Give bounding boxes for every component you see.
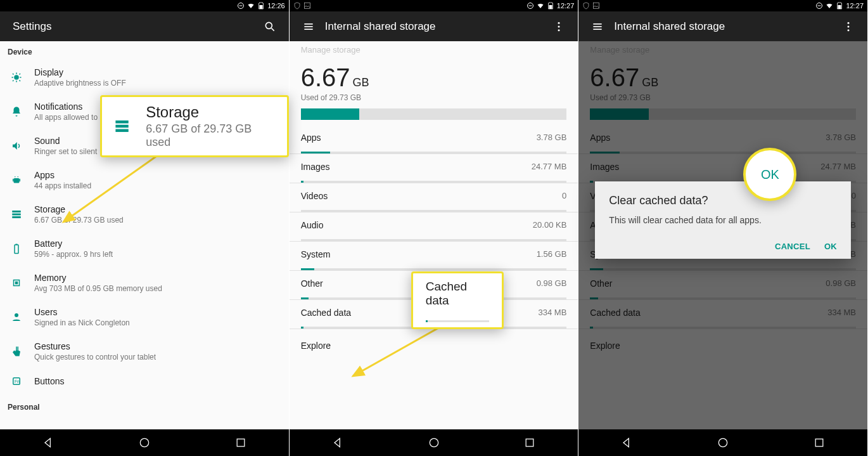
svg-point-15 — [15, 176, 16, 178]
battery-icon — [836, 2, 843, 10]
nav-bar — [0, 429, 289, 456]
status-time: 12:26 — [267, 2, 285, 10]
storage-category-apps[interactable]: Apps3.78 GB — [290, 125, 578, 153]
status-bar: 12:26 — [0, 0, 289, 11]
svg-point-42 — [558, 22, 560, 23]
svg-rect-19 — [12, 211, 21, 212]
overflow-button[interactable] — [547, 15, 570, 38]
dnd-icon — [237, 2, 245, 10]
page-title: Settings — [13, 20, 51, 33]
dialog-message: This will clear cached data for all apps… — [609, 215, 837, 225]
svg-point-5 — [14, 75, 19, 80]
dialog-title: Clear cached data? — [609, 194, 837, 207]
svg-rect-20 — [12, 214, 21, 216]
svg-rect-48 — [594, 3, 599, 9]
nav-back-icon[interactable] — [620, 436, 633, 449]
svg-point-29 — [140, 438, 148, 446]
svg-rect-38 — [549, 5, 552, 9]
svg-text:Fn: Fn — [15, 379, 20, 384]
category-header: Device — [0, 41, 289, 60]
explore-row[interactable]: Explore — [290, 329, 578, 362]
nav-home-icon[interactable] — [138, 436, 151, 449]
nav-recent-icon[interactable] — [234, 436, 247, 449]
dnd-icon — [527, 2, 534, 10]
svg-rect-30 — [237, 439, 245, 446]
cancel-button[interactable]: CANCEL — [775, 242, 810, 251]
setting-users[interactable]: UsersSigned in as Nick Congleton — [0, 300, 289, 334]
wifi-icon — [537, 2, 544, 10]
svg-rect-33 — [115, 129, 128, 133]
svg-rect-18 — [20, 179, 21, 182]
nav-back-icon[interactable] — [331, 436, 344, 449]
image-icon — [303, 2, 311, 10]
dnd-icon — [815, 2, 823, 10]
svg-line-13 — [20, 74, 21, 75]
search-button[interactable] — [258, 15, 281, 38]
storage-category-videos[interactable]: Videos0 — [290, 183, 578, 212]
manage-storage-link[interactable]: Manage storage — [290, 41, 578, 55]
screen-dialog: 12:27 Internal shared storage Manage sto… — [578, 0, 868, 456]
svg-point-58 — [719, 438, 727, 446]
app-bar: Internal shared storage — [578, 11, 867, 41]
app-bar: Settings — [0, 11, 289, 41]
svg-point-45 — [430, 438, 438, 446]
svg-point-26 — [15, 313, 18, 317]
overflow-button[interactable] — [837, 15, 860, 38]
page-title: Internal shared storage — [614, 20, 725, 33]
app-bar: Internal shared storage — [290, 11, 578, 41]
setting-memory[interactable]: MemoryAvg 703 MB of 0.95 GB memory used — [0, 266, 289, 300]
battery-icon — [11, 243, 22, 254]
setting-display[interactable]: DisplayAdaptive brightness is OFF — [0, 60, 289, 94]
svg-line-4 — [271, 28, 274, 30]
image-icon — [592, 2, 600, 10]
page-title: Internal shared storage — [325, 20, 436, 33]
screen-storage: 12:27 Internal shared storage Manage sto… — [290, 0, 579, 456]
nav-recent-icon[interactable] — [523, 436, 536, 449]
setting-apps[interactable]: Apps44 apps installed — [0, 163, 289, 197]
svg-rect-21 — [12, 216, 21, 218]
category-header-personal: Personal — [0, 394, 289, 415]
storage-category-images[interactable]: Images24.77 MB — [290, 154, 578, 183]
storage-icon — [11, 209, 22, 220]
menu-button[interactable] — [586, 15, 609, 38]
setting-buttons[interactable]: Fn Buttons — [0, 368, 289, 394]
svg-rect-25 — [15, 282, 18, 285]
nav-home-icon[interactable] — [428, 436, 440, 449]
menu-button[interactable] — [297, 15, 320, 38]
callout-ok: OK — [743, 148, 796, 201]
svg-point-16 — [18, 176, 19, 178]
nav-home-icon[interactable] — [717, 436, 729, 449]
android-icon — [11, 174, 22, 186]
shield-icon — [293, 2, 301, 10]
ok-button[interactable]: OK — [824, 242, 837, 251]
svg-line-10 — [13, 74, 14, 75]
nav-back-icon[interactable] — [42, 436, 54, 449]
battery-icon — [257, 2, 265, 10]
nav-bar — [290, 429, 578, 456]
svg-line-12 — [13, 81, 14, 82]
callout-cached: Cached data — [411, 271, 504, 329]
nav-recent-icon[interactable] — [813, 436, 826, 449]
storage-content: Manage storage 6.67GB Used of 29.73 GB A… — [290, 41, 578, 429]
buttons-icon: Fn — [11, 375, 22, 387]
storage-category-system[interactable]: System1.56 GB — [290, 242, 578, 270]
setting-storage[interactable]: Storage6.67 GB of 29.73 GB used — [0, 197, 289, 231]
more-vert-icon — [842, 20, 855, 33]
svg-rect-17 — [13, 179, 14, 182]
setting-battery[interactable]: Battery59% - approx. 9 hrs left — [0, 231, 289, 266]
svg-rect-14 — [14, 178, 20, 183]
status-bar: 12:27 — [578, 0, 867, 11]
setting-gestures[interactable]: GesturesQuick gestures to control your t… — [0, 334, 289, 368]
bell-icon — [11, 106, 22, 117]
gesture-icon — [11, 346, 22, 357]
svg-point-57 — [848, 29, 850, 31]
svg-rect-23 — [16, 244, 18, 245]
status-time: 12:27 — [557, 2, 575, 10]
status-bar: 12:27 — [290, 0, 578, 11]
shield-icon — [582, 2, 590, 10]
memory-icon — [11, 277, 22, 289]
svg-point-56 — [848, 25, 850, 27]
screen-settings: 12:26 Settings Device DisplayAdaptive br… — [0, 0, 290, 456]
battery-icon — [547, 2, 554, 10]
storage-category-audio[interactable]: Audio20.00 KB — [290, 212, 578, 241]
